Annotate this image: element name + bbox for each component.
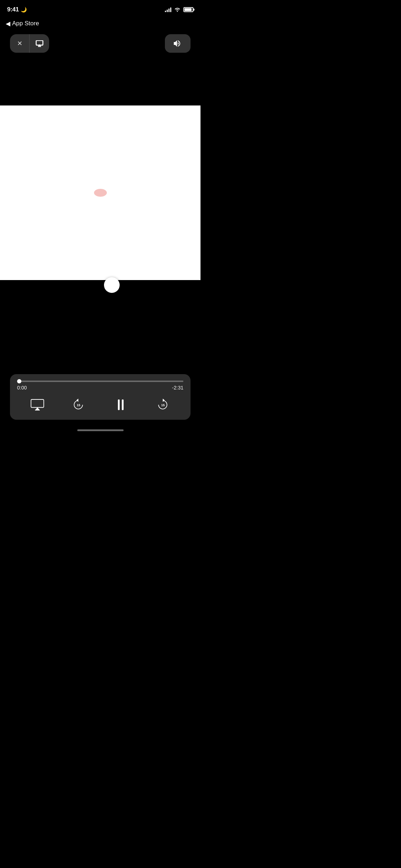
remaining-time: -2:31	[172, 385, 183, 391]
battery-fill	[184, 8, 192, 11]
nav-bar: ◀ App Store	[0, 16, 200, 31]
volume-button[interactable]	[165, 34, 191, 53]
skip-forward-button[interactable]: 15	[156, 398, 170, 412]
airplay-button[interactable]	[30, 34, 49, 53]
back-label: App Store	[12, 20, 39, 27]
svg-marker-6	[35, 408, 40, 410]
loading-indicator	[94, 189, 107, 197]
chevron-left-icon: ◀	[6, 21, 10, 27]
close-button[interactable]: ✕	[10, 34, 30, 53]
svg-text:15: 15	[77, 403, 80, 407]
skip-back-button[interactable]: 15	[71, 398, 85, 412]
close-icon: ✕	[17, 40, 22, 47]
airplay-icon	[35, 39, 44, 48]
control-pill: ✕	[10, 34, 49, 53]
moon-icon: 🌙	[21, 7, 27, 12]
svg-rect-5	[31, 399, 44, 408]
progress-thumb[interactable]	[17, 379, 21, 383]
playback-row: 15 15	[17, 397, 183, 413]
scrubber-position-indicator	[104, 277, 120, 293]
home-indicator	[77, 429, 124, 431]
pause-bar-left	[118, 399, 120, 410]
wifi-icon	[174, 7, 181, 13]
top-controls: ✕	[10, 34, 49, 53]
airplay-tv-button[interactable]	[31, 399, 44, 410]
time-row: 0:00 -2:31	[17, 385, 183, 391]
status-time: 9:41	[7, 6, 19, 13]
video-content-area	[0, 105, 200, 280]
skip-forward-icon: 15	[156, 397, 170, 413]
pause-button[interactable]	[113, 397, 129, 413]
status-right	[165, 7, 193, 13]
skip-back-icon: 15	[71, 397, 85, 413]
airplay-tv-icon	[31, 399, 44, 410]
pause-bar-right	[122, 399, 124, 410]
signal-icon	[165, 7, 171, 12]
current-time: 0:00	[17, 385, 27, 391]
player-controls: 0:00 -2:31 15	[10, 374, 191, 420]
battery-icon	[183, 7, 193, 12]
status-bar: 9:41 🌙	[0, 0, 200, 16]
volume-icon	[173, 39, 183, 48]
progress-bar-container[interactable]	[17, 381, 183, 382]
status-left: 9:41 🌙	[7, 6, 27, 13]
svg-text:15: 15	[161, 403, 165, 407]
back-button[interactable]: ◀ App Store	[6, 20, 39, 27]
